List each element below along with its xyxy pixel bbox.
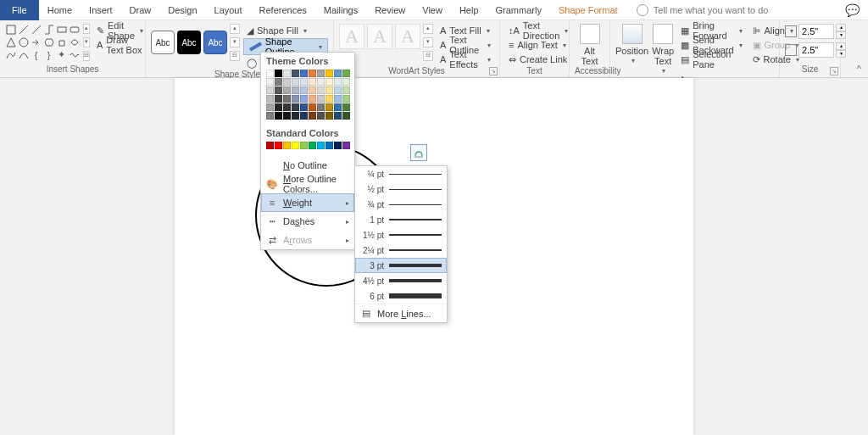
color-swatch[interactable]	[309, 78, 316, 86]
width-field[interactable]: 2.5"	[798, 42, 834, 58]
wrap-text-button[interactable]: Wrap Text▾	[652, 24, 674, 75]
shape-line2-icon[interactable]	[31, 24, 42, 35]
color-swatch[interactable]	[283, 70, 291, 77]
color-swatch[interactable]	[275, 78, 282, 86]
color-swatch[interactable]	[317, 70, 325, 77]
shape-arrowr-icon[interactable]	[31, 36, 42, 47]
color-swatch[interactable]	[317, 103, 325, 111]
color-swatch[interactable]	[334, 95, 342, 103]
weight-option[interactable]: 2¼ pt	[355, 243, 447, 258]
shape-star-icon[interactable]	[56, 36, 67, 47]
weight-option[interactable]: 1½ pt	[355, 227, 447, 243]
color-swatch[interactable]	[334, 112, 342, 120]
tab-help[interactable]: Help	[451, 0, 487, 20]
shape-textbox-icon[interactable]	[5, 24, 16, 35]
color-swatch[interactable]	[309, 112, 316, 120]
color-swatch[interactable]	[342, 95, 350, 103]
weight-option[interactable]: 4½ pt	[355, 273, 447, 288]
tab-file[interactable]: File	[0, 0, 39, 20]
color-swatch[interactable]	[266, 86, 274, 94]
shapes-gallery-spinner[interactable]: ▴▾⊟	[83, 24, 90, 61]
color-swatch[interactable]	[300, 78, 308, 86]
color-swatch[interactable]	[300, 103, 308, 111]
height-field[interactable]: 2.5"	[798, 24, 834, 39]
color-swatch[interactable]	[283, 112, 291, 120]
tab-insert[interactable]: Insert	[81, 0, 121, 20]
color-swatch[interactable]	[300, 142, 308, 149]
color-swatch[interactable]	[266, 103, 274, 111]
shape-callout-icon[interactable]	[69, 36, 80, 47]
more-lines-item[interactable]: ▤More Lines...	[355, 304, 447, 322]
shape-style-thumb-1[interactable]: Abc	[151, 31, 175, 54]
color-swatch[interactable]	[342, 86, 350, 94]
color-swatch[interactable]	[292, 112, 299, 120]
shape-brace-icon[interactable]: {	[31, 49, 42, 60]
shape-hexagon-icon[interactable]	[43, 36, 54, 47]
color-swatch[interactable]	[342, 103, 350, 111]
tab-mailings[interactable]: Mailings	[315, 0, 366, 20]
no-outline-item[interactable]: No Outline	[261, 156, 354, 175]
color-swatch[interactable]	[317, 142, 325, 149]
wordart-thumb-3[interactable]: A	[395, 24, 420, 49]
color-swatch[interactable]	[342, 70, 350, 77]
position-button[interactable]: Position▾	[615, 24, 648, 65]
color-swatch[interactable]	[266, 70, 274, 77]
color-swatch[interactable]	[317, 95, 325, 103]
tab-grammarly[interactable]: Grammarly	[487, 0, 550, 20]
color-swatch[interactable]	[317, 86, 325, 94]
tab-review[interactable]: Review	[366, 0, 414, 20]
shape-brace2-icon[interactable]: }	[43, 49, 54, 60]
color-swatch[interactable]	[292, 95, 299, 103]
tab-layout[interactable]: Layout	[206, 0, 251, 20]
color-swatch[interactable]	[334, 142, 342, 149]
color-swatch[interactable]	[266, 142, 274, 149]
collapse-ribbon-icon[interactable]: ^	[857, 64, 861, 74]
color-swatch[interactable]	[317, 112, 325, 120]
tab-view[interactable]: View	[414, 0, 451, 20]
height-spinner[interactable]: ▴▾	[836, 24, 846, 39]
color-swatch[interactable]	[326, 112, 333, 120]
tab-draw[interactable]: Draw	[121, 0, 160, 20]
weight-option[interactable]: ¾ pt	[355, 197, 447, 212]
weight-option[interactable]: 1 pt	[355, 212, 447, 227]
color-swatch[interactable]	[266, 78, 274, 86]
wordart-thumb-1[interactable]: A	[339, 24, 364, 49]
color-swatch[interactable]	[292, 103, 299, 111]
color-swatch[interactable]	[292, 86, 299, 94]
weight-option[interactable]: ½ pt	[355, 181, 447, 197]
color-swatch[interactable]	[275, 95, 282, 103]
draw-text-box-button[interactable]: ADraw Text Box	[93, 38, 147, 52]
wordart-thumb-2[interactable]: A	[367, 24, 392, 49]
color-swatch[interactable]	[309, 86, 316, 94]
color-swatch[interactable]	[275, 142, 282, 149]
wordart-spinner[interactable]: ▴▾⊟	[423, 24, 433, 61]
shape-styles-spinner[interactable]: ▴▾⊟	[230, 24, 240, 61]
color-swatch[interactable]	[300, 86, 308, 94]
color-swatch[interactable]	[275, 103, 282, 111]
color-swatch[interactable]	[326, 95, 333, 103]
color-swatch[interactable]	[309, 103, 316, 111]
shape-scribble-icon[interactable]	[69, 49, 80, 60]
color-swatch[interactable]	[326, 70, 333, 77]
tab-home[interactable]: Home	[39, 0, 81, 20]
color-swatch[interactable]	[283, 95, 291, 103]
shape-star2-icon[interactable]: ✦	[56, 49, 67, 60]
weight-item[interactable]: ≡Weight▸	[261, 193, 354, 212]
tell-me-search[interactable]: Tell me what you want to do	[637, 4, 769, 16]
color-swatch[interactable]	[317, 78, 325, 86]
color-swatch[interactable]	[300, 95, 308, 103]
color-swatch[interactable]	[266, 112, 274, 120]
width-spinner[interactable]: ▴▾	[836, 42, 846, 58]
color-swatch[interactable]	[283, 142, 291, 149]
size-dialog-launcher[interactable]: ↘	[830, 67, 838, 75]
color-swatch[interactable]	[283, 86, 291, 94]
weight-option[interactable]: 6 pt	[355, 288, 447, 304]
color-swatch[interactable]	[309, 70, 316, 77]
color-swatch[interactable]	[342, 78, 350, 86]
shape-curve-icon[interactable]	[5, 49, 16, 60]
color-swatch[interactable]	[275, 86, 282, 94]
comments-icon[interactable]: 💬	[845, 3, 860, 17]
color-swatch[interactable]	[275, 70, 282, 77]
alt-text-button[interactable]: Alt Text	[575, 24, 604, 66]
layout-options-button[interactable]	[410, 144, 427, 161]
